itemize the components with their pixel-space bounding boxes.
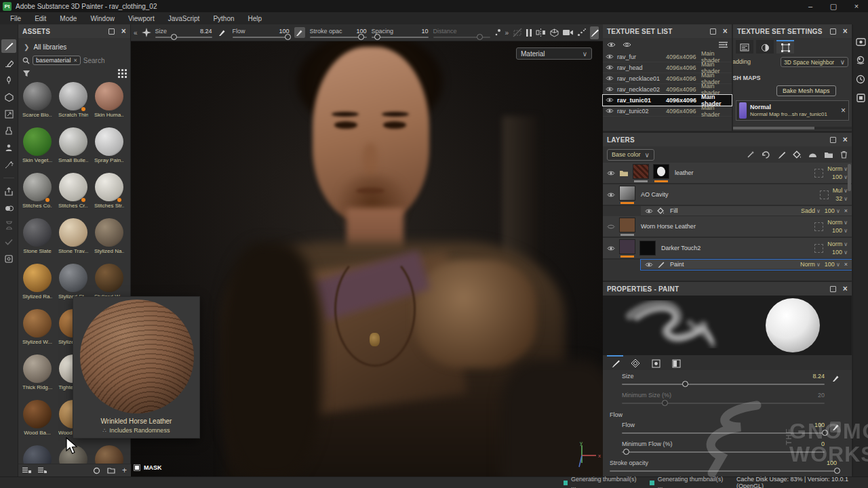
environment-icon[interactable]	[856, 56, 865, 65]
brush-stamp-icon[interactable]	[142, 26, 151, 39]
mirror-icon[interactable]	[536, 26, 546, 39]
padding-dropdown[interactable]: 3D Space Neighbor ∨	[781, 57, 848, 67]
eye-icon[interactable]	[607, 224, 615, 230]
eye-icon[interactable]	[645, 208, 653, 214]
menu-item-viewport[interactable]: Viewport	[122, 14, 161, 24]
layer-row[interactable]: Worn Horse Leather Norm∨ 100∨	[603, 216, 852, 238]
size-slider[interactable]: Size 8.24	[603, 373, 852, 385]
clear-map-icon[interactable]: ×	[841, 106, 846, 115]
opacity-select[interactable]: 32∨	[835, 195, 848, 202]
pause-icon[interactable]	[526, 26, 532, 39]
particles-tool[interactable]	[1, 158, 16, 171]
uv-tab[interactable]	[776, 40, 794, 54]
material-tab[interactable]	[668, 355, 684, 370]
mask-placeholder[interactable]	[814, 222, 823, 231]
toolbar-distance-slider[interactable]: Distance	[433, 28, 490, 38]
minimum-flow--slider[interactable]: Minimum Flow (%) 0	[603, 441, 852, 453]
asset-tile[interactable]: Skin Veget...	[20, 125, 54, 165]
opacity-select[interactable]: 100∨	[832, 227, 848, 234]
layer-thumbnail[interactable]	[633, 164, 649, 179]
symmetry-off-icon[interactable]	[513, 26, 522, 39]
polygon-fill-tool[interactable]	[1, 90, 16, 104]
blend-mode-select[interactable]: Norm∨	[827, 241, 848, 247]
eye-icon[interactable]	[606, 54, 614, 60]
horizontal-scrollbar[interactable]	[733, 127, 852, 129]
pressure-toggle-icon[interactable]	[294, 27, 305, 38]
clone-tool[interactable]	[1, 124, 16, 138]
mask-placeholder[interactable]	[814, 244, 823, 253]
eye-icon[interactable]	[606, 108, 614, 114]
asset-tile[interactable]: Scratch Thin	[56, 80, 90, 120]
minimum-size--slider[interactable]: Minimum Size (%) 20	[603, 392, 852, 404]
blend-mode-select[interactable]: Norm∨	[827, 219, 848, 226]
resources-tool[interactable]	[1, 252, 16, 266]
eye-icon[interactable]	[606, 97, 614, 103]
toolbar-stroke-opac-slider[interactable]: Stroke opac100	[310, 28, 367, 38]
eye-icon[interactable]	[607, 192, 615, 198]
collapse-left-icon[interactable]: «	[134, 29, 138, 37]
layer-thumbnail[interactable]	[639, 241, 656, 256]
float-panel-icon[interactable]	[830, 286, 836, 292]
float-panel-icon[interactable]	[108, 28, 115, 35]
list-add-icon[interactable]	[22, 467, 31, 474]
add-icon[interactable]: +	[122, 466, 127, 475]
layer-row[interactable]: Darker Touch2 Norm∨ 100∨	[603, 238, 852, 260]
remove-tag-icon[interactable]: ×	[74, 57, 77, 64]
add-fill-icon[interactable]	[793, 150, 802, 159]
layer-row[interactable]: AO Cavity Mul∨ 32∨	[603, 184, 852, 206]
layer-thumbnail[interactable]	[619, 186, 635, 201]
brush-tab[interactable]	[607, 355, 623, 370]
asset-tile[interactable]: Thick Ridg...	[20, 352, 54, 392]
asset-tile[interactable]: Stylized Na...	[92, 216, 126, 256]
minimize-button[interactable]: –	[799, 0, 822, 12]
toggle-all-visibility-icon[interactable]	[607, 41, 616, 48]
folder-icon[interactable]	[619, 169, 629, 177]
search-bar[interactable]: basematerial× Search	[22, 56, 104, 65]
grid-view-icon[interactable]	[118, 69, 127, 78]
close-icon[interactable]: ×	[843, 27, 848, 35]
close-button[interactable]: ×	[845, 0, 868, 12]
shelf-icon[interactable]	[856, 94, 865, 102]
solo-visibility-icon[interactable]	[623, 41, 631, 48]
eye-icon[interactable]	[606, 64, 614, 70]
add-group-icon[interactable]	[824, 151, 833, 159]
material-picker-tool[interactable]	[1, 141, 16, 155]
close-icon[interactable]: ×	[844, 207, 848, 214]
new-folder-icon[interactable]	[107, 467, 115, 474]
lazy-mouse-icon[interactable]	[577, 26, 586, 39]
opacity-select[interactable]: 100∨	[832, 249, 848, 256]
mask-placeholder[interactable]	[820, 190, 829, 199]
menu-item-file[interactable]: File	[4, 14, 27, 24]
eye-icon[interactable]	[645, 262, 653, 268]
filter-funnel-icon[interactable]	[22, 70, 31, 77]
toolbar-flow-slider[interactable]: Flow100	[233, 28, 290, 38]
smudge-tool[interactable]	[1, 107, 16, 121]
validate-tool[interactable]	[1, 235, 16, 249]
menu-item-python[interactable]: Python	[207, 14, 240, 24]
alpha-tab[interactable]	[627, 355, 644, 370]
channel-filter-dropdown[interactable]: Base color ∨	[607, 149, 654, 161]
close-icon[interactable]: ×	[843, 136, 848, 144]
add-effect-icon[interactable]	[747, 150, 755, 159]
blend-mode-select[interactable]: Sadd∨	[801, 207, 821, 214]
display-settings-icon[interactable]	[856, 38, 866, 46]
mask-generator-tool[interactable]	[1, 201, 16, 215]
close-icon[interactable]: ×	[843, 285, 848, 293]
menu-item-window[interactable]: Window	[84, 14, 121, 24]
eye-icon[interactable]	[607, 245, 615, 251]
close-icon[interactable]: ×	[121, 27, 126, 35]
channels-tab[interactable]	[756, 40, 774, 54]
delete-layer-icon[interactable]	[840, 150, 848, 159]
asset-tile[interactable]: Stylized W...	[20, 307, 54, 347]
asset-tile[interactable]: Stitches Str...	[92, 171, 126, 211]
opacity-select[interactable]: 100∨	[825, 207, 840, 214]
eye-icon[interactable]	[606, 75, 614, 81]
menu-item-edit[interactable]: Edit	[28, 14, 52, 24]
shading-mode-dropdown[interactable]: Material ∨	[516, 47, 592, 60]
toolbar-size-slider[interactable]: Size8.24	[155, 28, 212, 38]
paint-brush-icon[interactable]	[590, 26, 599, 39]
flow-slider[interactable]: Flow 100	[603, 422, 852, 434]
blend-mode-select[interactable]: Norm∨	[800, 261, 821, 268]
blend-mode-select[interactable]: Mul∨	[833, 187, 848, 194]
asset-tile[interactable]: Spray Pain...	[92, 125, 126, 165]
